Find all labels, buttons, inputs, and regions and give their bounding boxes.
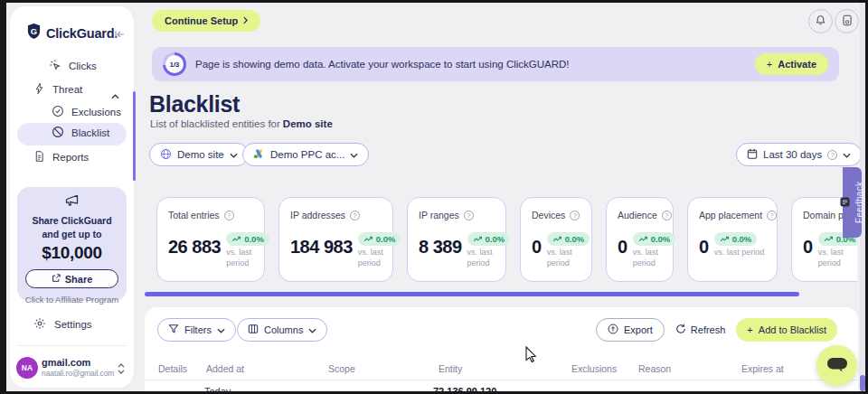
page-subtitle-text: List of blacklisted entities for (150, 118, 280, 129)
bell-icon (815, 14, 826, 29)
promo-amount: $10,000 (17, 243, 127, 263)
help-icon[interactable]: ? (350, 211, 360, 220)
affiliate-link-label[interactable]: Click to Affiliate Program (17, 295, 127, 305)
chat-bubble-icon (826, 355, 849, 377)
date-range-selector[interactable]: Last 30 days ? (736, 143, 862, 166)
site-selector[interactable]: Demo site (149, 143, 249, 166)
sidebar-scrollbar[interactable] (133, 91, 136, 181)
activate-button[interactable]: + Activate (755, 53, 828, 75)
chevron-up-icon[interactable] (111, 87, 119, 103)
columns-icon (248, 324, 259, 336)
stat-label: Devices (532, 210, 565, 220)
stat-label: Total entries (168, 210, 220, 220)
window-edge-left (0, 0, 6, 394)
knowledge-base-button[interactable] (835, 9, 859, 33)
page-subtitle: List of blacklisted entities forDemo sit… (150, 118, 333, 129)
sidebar-item-label: Blacklist (71, 127, 109, 138)
help-icon[interactable]: ? (464, 211, 474, 220)
setup-progress-ring: 1/3 (163, 52, 186, 76)
stat-value: 184 983 (290, 238, 353, 256)
plus-icon: + (747, 324, 752, 335)
stat-label: Audience (618, 210, 657, 220)
sidebar-item-clicks[interactable]: Clicks (49, 59, 97, 73)
threat-icon (33, 82, 45, 97)
stat-label: App placement (699, 210, 762, 220)
chevron-down-icon (217, 324, 225, 335)
column-header-exclusions[interactable]: Exclusions (571, 363, 617, 374)
help-icon[interactable]: ? (570, 211, 580, 220)
sidebar-item-settings[interactable]: Settings (33, 317, 92, 332)
trend-up-icon (824, 236, 834, 242)
avatar[interactable]: NA (16, 357, 38, 379)
mouse-cursor (525, 346, 537, 367)
stat-label: IP ranges (419, 210, 459, 220)
help-icon[interactable]: ? (767, 211, 777, 220)
column-header-entity[interactable]: Entity (439, 363, 462, 374)
affiliate-promo-card[interactable]: Share ClickGuard and get up to $10,000 S… (17, 187, 127, 301)
refresh-button[interactable]: Refresh (675, 324, 726, 336)
stat-vs-label: vs. last period (226, 248, 269, 268)
export-icon (608, 324, 618, 336)
stat-change: 0.0% (244, 234, 264, 244)
columns-button-label: Columns (264, 324, 303, 335)
stat-vs-label: vs. last period (633, 248, 676, 268)
feedback-label: Feedback (854, 182, 864, 223)
column-header-added-at[interactable]: Added at (206, 363, 244, 374)
reports-icon (33, 150, 45, 164)
google-ads-icon (253, 148, 265, 161)
continue-setup-label: Continue Setup (165, 15, 238, 26)
sidebar-collapse-icon[interactable] (115, 26, 126, 42)
stat-card-app-placement: App placement? 0 0.0% vs. last period (687, 197, 778, 282)
ppc-account-selector[interactable]: Demo PPC ac... (242, 143, 369, 166)
help-icon[interactable]: ? (827, 150, 837, 160)
share-button[interactable]: Share (25, 269, 118, 288)
stat-change: 0.0% (565, 234, 585, 244)
megaphone-icon (64, 195, 80, 211)
column-header-reason[interactable]: Reason (638, 363, 671, 374)
column-header-details[interactable]: Details (158, 363, 187, 374)
exclusions-icon (52, 105, 64, 119)
sidebar-item-exclusions[interactable]: Exclusions (52, 105, 121, 119)
help-icon[interactable]: ? (224, 211, 234, 220)
sidebar: G ClickGuard. Clicks Threat Exclusions B… (9, 5, 135, 389)
export-button-label: Export (624, 324, 653, 335)
sidebar-item-reports[interactable]: Reports (33, 150, 89, 164)
column-header-scope[interactable]: Scope (328, 363, 355, 374)
workspace-switcher-icon[interactable] (118, 361, 125, 378)
stat-vs-label: vs. last period (714, 248, 765, 258)
activate-label: Activate (778, 59, 816, 70)
stat-vs-label: vs. last period (358, 248, 401, 268)
brand-logo[interactable]: G ClickGuard. (26, 23, 118, 43)
filters-button[interactable]: Filters (157, 318, 236, 342)
add-to-blacklist-button[interactable]: + Add to Blacklist (736, 318, 837, 342)
chevron-down-icon (350, 149, 358, 160)
notifications-button[interactable] (808, 9, 833, 33)
sidebar-item-threat[interactable]: Threat (33, 82, 82, 97)
divider (145, 380, 858, 380)
trend-up-icon (552, 236, 562, 242)
chat-launcher-button[interactable] (816, 345, 857, 386)
trend-up-icon (231, 236, 241, 242)
stat-card-total-entries: Total entries? 26 883 0.0% vs. last peri… (156, 197, 265, 282)
feedback-tab[interactable]: Feedback (843, 167, 862, 238)
columns-button[interactable]: Columns (237, 318, 327, 342)
banner-message: Page is showing demo data. Activate your… (195, 59, 570, 70)
chevron-right-icon (243, 15, 248, 26)
stat-vs-label: vs. last period (818, 248, 857, 268)
demo-data-banner: 1/3 Page is showing demo data. Activate … (152, 47, 839, 81)
help-icon[interactable]: ? (662, 211, 672, 220)
continue-setup-button[interactable]: Continue Setup (152, 10, 260, 32)
sidebar-item-label: Exclusions (71, 107, 121, 117)
clicks-icon (49, 59, 61, 73)
export-button[interactable]: Export (596, 318, 665, 342)
shield-logo-icon: G (26, 23, 42, 43)
stat-value: 0 (803, 238, 813, 256)
horizontal-scrollbar[interactable] (145, 292, 799, 296)
date-range-value: Last 30 days (763, 149, 822, 160)
stat-card-ip-addresses: IP addresses? 184 983 0.0% vs. last peri… (278, 197, 393, 282)
sidebar-item-blacklist[interactable]: Blacklist (52, 126, 109, 140)
column-header-expires-at[interactable]: Expires at (741, 363, 784, 374)
filters-button-label: Filters (184, 324, 212, 335)
stat-value: 26 883 (168, 238, 221, 256)
trend-up-icon (638, 236, 648, 242)
